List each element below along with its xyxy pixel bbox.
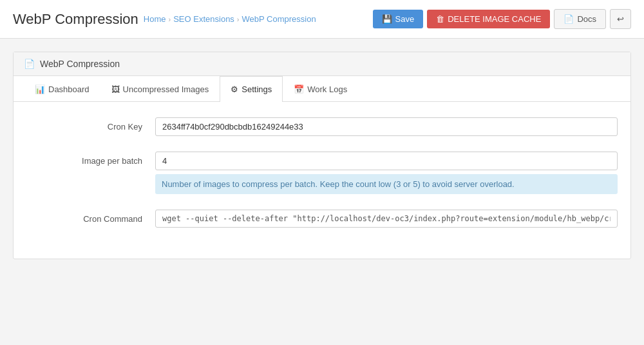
cron-key-wrap bbox=[155, 117, 618, 136]
page-title: WebP Compression bbox=[13, 11, 138, 28]
settings-form: Cron Key Image per batch Number of image… bbox=[14, 102, 630, 259]
breadcrumb-home[interactable]: Home bbox=[144, 14, 166, 24]
tab-settings[interactable]: ⚙ Settings bbox=[220, 76, 283, 102]
panel-heading: 📄 WebP Compression bbox=[14, 52, 630, 76]
image-per-batch-input[interactable] bbox=[155, 152, 618, 170]
calendar-icon: 📅 bbox=[294, 84, 304, 94]
cron-command-label: Cron Command bbox=[26, 210, 155, 224]
cron-key-label: Cron Key bbox=[26, 117, 155, 132]
docs-button[interactable]: 📄 Docs bbox=[554, 9, 606, 29]
trash-icon: 🗑 bbox=[436, 14, 444, 24]
top-bar: WebP Compression Home › SEO Extensions ›… bbox=[0, 0, 644, 39]
main-panel: 📄 WebP Compression 📊 Dashboard 🖼 Uncompr… bbox=[13, 52, 631, 259]
image-per-batch-hint: Number of images to compress per batch. … bbox=[155, 174, 618, 194]
tab-work-logs-label: Work Logs bbox=[307, 84, 347, 94]
panel-title: WebP Compression bbox=[40, 59, 120, 69]
cron-key-group: Cron Key bbox=[26, 117, 618, 136]
docs-label: Docs bbox=[577, 14, 596, 24]
cron-command-wrap bbox=[155, 210, 618, 228]
save-label: Save bbox=[395, 14, 415, 24]
image-per-batch-wrap: Number of images to compress per batch. … bbox=[155, 152, 618, 194]
tabs-bar: 📊 Dashboard 🖼 Uncompressed Images ⚙ Sett… bbox=[14, 76, 630, 102]
image-per-batch-group: Image per batch Number of images to comp… bbox=[26, 152, 618, 194]
top-bar-right: 💾 Save 🗑 DELETE IMAGE CACHE 📄 Docs ↩ bbox=[373, 9, 631, 29]
breadcrumb-sep-1: › bbox=[169, 15, 171, 23]
image-icon: 🖼 bbox=[111, 84, 120, 94]
delete-cache-button[interactable]: 🗑 DELETE IMAGE CACHE bbox=[427, 10, 550, 28]
cron-command-group: Cron Command bbox=[26, 210, 618, 228]
cron-key-input[interactable] bbox=[155, 117, 618, 136]
breadcrumb: Home › SEO Extensions › WebP Compression bbox=[144, 14, 316, 24]
top-bar-left: WebP Compression Home › SEO Extensions ›… bbox=[13, 11, 316, 28]
save-button[interactable]: 💾 Save bbox=[373, 10, 424, 28]
back-button[interactable]: ↩ bbox=[610, 9, 631, 29]
cron-command-input[interactable] bbox=[155, 210, 618, 228]
breadcrumb-sep-2: › bbox=[237, 15, 240, 23]
docs-icon: 📄 bbox=[564, 14, 574, 24]
tab-uncompressed-label: Uncompressed Images bbox=[123, 84, 209, 94]
tab-dashboard-label: Dashboard bbox=[48, 84, 90, 94]
breadcrumb-parent[interactable]: SEO Extensions bbox=[173, 14, 234, 24]
back-icon: ↩ bbox=[617, 14, 624, 24]
dashboard-icon: 📊 bbox=[35, 84, 45, 94]
delete-cache-label: DELETE IMAGE CACHE bbox=[448, 14, 541, 24]
settings-icon: ⚙ bbox=[231, 84, 238, 94]
content-area: 📄 WebP Compression 📊 Dashboard 🖼 Uncompr… bbox=[0, 39, 644, 272]
breadcrumb-current: WebP Compression bbox=[242, 14, 316, 24]
save-icon: 💾 bbox=[382, 14, 392, 24]
tab-dashboard[interactable]: 📊 Dashboard bbox=[24, 76, 100, 102]
image-per-batch-label: Image per batch bbox=[26, 152, 155, 166]
panel-icon: 📄 bbox=[24, 59, 35, 69]
tab-work-logs[interactable]: 📅 Work Logs bbox=[283, 76, 358, 102]
tab-settings-label: Settings bbox=[242, 84, 272, 94]
tab-uncompressed-images[interactable]: 🖼 Uncompressed Images bbox=[100, 76, 220, 102]
